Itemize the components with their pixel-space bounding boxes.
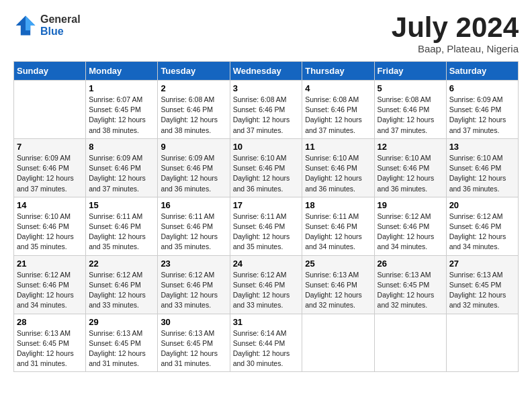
calendar-cell: 1Sunrise: 6:07 AM Sunset: 6:45 PM Daylig… [86, 81, 158, 139]
day-number: 18 [305, 200, 371, 210]
day-info: Sunrise: 6:09 AM Sunset: 6:46 PM Dayligh… [17, 153, 83, 194]
day-number: 12 [378, 142, 443, 152]
day-number: 2 [161, 83, 226, 93]
day-info: Sunrise: 6:12 AM Sunset: 6:46 PM Dayligh… [449, 212, 515, 253]
day-info: Sunrise: 6:10 AM Sunset: 6:46 PM Dayligh… [305, 153, 371, 194]
day-info: Sunrise: 6:09 AM Sunset: 6:46 PM Dayligh… [89, 153, 154, 194]
logo: General Blue [13, 13, 81, 38]
day-number: 9 [161, 142, 226, 152]
col-header-tuesday: Tuesday [158, 62, 230, 81]
day-info: Sunrise: 6:09 AM Sunset: 6:46 PM Dayligh… [449, 95, 515, 136]
calendar-cell: 25Sunrise: 6:13 AM Sunset: 6:46 PM Dayli… [302, 255, 374, 314]
calendar-cell: 12Sunrise: 6:10 AM Sunset: 6:46 PM Dayli… [374, 138, 446, 197]
day-number: 10 [233, 142, 300, 152]
day-info: Sunrise: 6:12 AM Sunset: 6:46 PM Dayligh… [17, 270, 83, 311]
calendar-cell: 16Sunrise: 6:11 AM Sunset: 6:46 PM Dayli… [158, 197, 230, 255]
day-number: 16 [161, 200, 226, 210]
day-info: Sunrise: 6:10 AM Sunset: 6:46 PM Dayligh… [233, 153, 300, 194]
day-number: 1 [89, 83, 154, 93]
page-header: General Blue July 2024 Baap, Plateau, Ni… [13, 13, 519, 54]
day-number: 31 [233, 317, 300, 327]
calendar-cell: 3Sunrise: 6:08 AM Sunset: 6:46 PM Daylig… [230, 81, 302, 139]
day-number: 17 [233, 200, 300, 210]
logo-icon [13, 13, 38, 38]
calendar-week-row: 7Sunrise: 6:09 AM Sunset: 6:46 PM Daylig… [14, 138, 519, 197]
day-number: 26 [378, 259, 443, 269]
day-info: Sunrise: 6:13 AM Sunset: 6:45 PM Dayligh… [378, 270, 443, 311]
calendar-cell [446, 314, 518, 372]
calendar-cell [374, 314, 446, 372]
day-info: Sunrise: 6:11 AM Sunset: 6:46 PM Dayligh… [233, 212, 300, 253]
col-header-thursday: Thursday [302, 62, 374, 81]
calendar-cell: 10Sunrise: 6:10 AM Sunset: 6:46 PM Dayli… [230, 138, 302, 197]
col-header-friday: Friday [374, 62, 446, 81]
day-info: Sunrise: 6:08 AM Sunset: 6:46 PM Dayligh… [378, 95, 443, 136]
calendar-cell: 7Sunrise: 6:09 AM Sunset: 6:46 PM Daylig… [14, 138, 86, 197]
day-info: Sunrise: 6:07 AM Sunset: 6:45 PM Dayligh… [89, 95, 154, 136]
calendar-cell: 15Sunrise: 6:11 AM Sunset: 6:46 PM Dayli… [86, 197, 158, 255]
day-number: 4 [305, 83, 371, 93]
col-header-saturday: Saturday [446, 62, 518, 81]
day-number: 6 [449, 83, 515, 93]
day-number: 28 [17, 317, 83, 327]
calendar-week-row: 1Sunrise: 6:07 AM Sunset: 6:45 PM Daylig… [14, 81, 519, 139]
day-info: Sunrise: 6:11 AM Sunset: 6:46 PM Dayligh… [161, 212, 226, 253]
calendar-cell: 14Sunrise: 6:10 AM Sunset: 6:46 PM Dayli… [14, 197, 86, 255]
calendar-cell: 11Sunrise: 6:10 AM Sunset: 6:46 PM Dayli… [302, 138, 374, 197]
day-info: Sunrise: 6:13 AM Sunset: 6:45 PM Dayligh… [161, 328, 226, 369]
day-number: 25 [305, 259, 371, 269]
col-header-monday: Monday [86, 62, 158, 81]
day-number: 11 [305, 142, 371, 152]
calendar-week-row: 28Sunrise: 6:13 AM Sunset: 6:45 PM Dayli… [14, 314, 519, 372]
calendar-cell: 23Sunrise: 6:12 AM Sunset: 6:46 PM Dayli… [158, 255, 230, 314]
calendar-cell: 5Sunrise: 6:08 AM Sunset: 6:46 PM Daylig… [374, 81, 446, 139]
month-title: July 2024 [392, 13, 519, 42]
day-info: Sunrise: 6:13 AM Sunset: 6:45 PM Dayligh… [17, 328, 83, 369]
day-info: Sunrise: 6:12 AM Sunset: 6:46 PM Dayligh… [378, 212, 443, 253]
day-info: Sunrise: 6:12 AM Sunset: 6:46 PM Dayligh… [233, 270, 300, 311]
day-info: Sunrise: 6:14 AM Sunset: 6:44 PM Dayligh… [233, 328, 300, 369]
calendar-cell: 27Sunrise: 6:13 AM Sunset: 6:45 PM Dayli… [446, 255, 518, 314]
calendar-cell: 26Sunrise: 6:13 AM Sunset: 6:45 PM Dayli… [374, 255, 446, 314]
calendar-cell: 20Sunrise: 6:12 AM Sunset: 6:46 PM Dayli… [446, 197, 518, 255]
calendar-cell: 19Sunrise: 6:12 AM Sunset: 6:46 PM Dayli… [374, 197, 446, 255]
calendar-table: SundayMondayTuesdayWednesdayThursdayFrid… [13, 61, 519, 372]
calendar-cell [302, 314, 374, 372]
calendar-week-row: 14Sunrise: 6:10 AM Sunset: 6:46 PM Dayli… [14, 197, 519, 255]
calendar-cell: 24Sunrise: 6:12 AM Sunset: 6:46 PM Dayli… [230, 255, 302, 314]
title-block: July 2024 Baap, Plateau, Nigeria [392, 13, 519, 54]
day-number: 22 [89, 259, 154, 269]
calendar-cell [14, 81, 86, 139]
day-info: Sunrise: 6:09 AM Sunset: 6:46 PM Dayligh… [161, 153, 226, 194]
day-number: 15 [89, 200, 154, 210]
day-number: 3 [233, 83, 300, 93]
day-number: 13 [449, 142, 515, 152]
day-info: Sunrise: 6:12 AM Sunset: 6:46 PM Dayligh… [161, 270, 226, 311]
calendar-cell: 6Sunrise: 6:09 AM Sunset: 6:46 PM Daylig… [446, 81, 518, 139]
calendar-cell: 28Sunrise: 6:13 AM Sunset: 6:45 PM Dayli… [14, 314, 86, 372]
day-number: 5 [378, 83, 443, 93]
day-info: Sunrise: 6:12 AM Sunset: 6:46 PM Dayligh… [89, 270, 154, 311]
day-info: Sunrise: 6:10 AM Sunset: 6:46 PM Dayligh… [378, 153, 443, 194]
logo-general-text: General [40, 13, 81, 26]
day-number: 30 [161, 317, 226, 327]
day-info: Sunrise: 6:08 AM Sunset: 6:46 PM Dayligh… [161, 95, 226, 136]
calendar-cell: 4Sunrise: 6:08 AM Sunset: 6:46 PM Daylig… [302, 81, 374, 139]
calendar-week-row: 21Sunrise: 6:12 AM Sunset: 6:46 PM Dayli… [14, 255, 519, 314]
day-number: 23 [161, 259, 226, 269]
calendar-cell: 17Sunrise: 6:11 AM Sunset: 6:46 PM Dayli… [230, 197, 302, 255]
day-info: Sunrise: 6:13 AM Sunset: 6:45 PM Dayligh… [449, 270, 515, 311]
calendar-cell: 22Sunrise: 6:12 AM Sunset: 6:46 PM Dayli… [86, 255, 158, 314]
day-number: 24 [233, 259, 300, 269]
svg-marker-1 [26, 16, 35, 31]
day-info: Sunrise: 6:11 AM Sunset: 6:46 PM Dayligh… [89, 212, 154, 253]
day-number: 20 [449, 200, 515, 210]
calendar-cell: 31Sunrise: 6:14 AM Sunset: 6:44 PM Dayli… [230, 314, 302, 372]
col-header-wednesday: Wednesday [230, 62, 302, 81]
day-number: 8 [89, 142, 154, 152]
day-info: Sunrise: 6:13 AM Sunset: 6:46 PM Dayligh… [305, 270, 371, 311]
day-info: Sunrise: 6:13 AM Sunset: 6:45 PM Dayligh… [89, 328, 154, 369]
calendar-cell: 9Sunrise: 6:09 AM Sunset: 6:46 PM Daylig… [158, 138, 230, 197]
day-info: Sunrise: 6:11 AM Sunset: 6:46 PM Dayligh… [305, 212, 371, 253]
calendar-cell: 8Sunrise: 6:09 AM Sunset: 6:46 PM Daylig… [86, 138, 158, 197]
